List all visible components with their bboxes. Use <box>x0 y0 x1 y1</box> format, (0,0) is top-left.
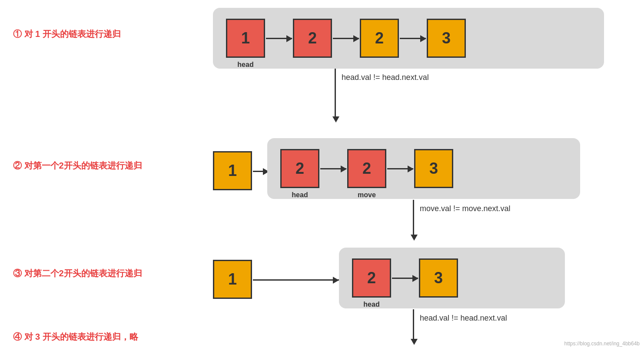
arrow-down-2-tip <box>411 235 418 241</box>
step2-node1: 2 head <box>280 149 319 188</box>
step3-diagram: 2 head 3 <box>339 248 565 308</box>
arrow-down-3: head.val != head.next.val <box>413 309 418 345</box>
step2-node3: 3 <box>414 149 453 188</box>
arrow-down-1-label: head.val != head.next.val <box>342 73 429 82</box>
step1-node2: 2 <box>293 19 332 58</box>
step1-node4: 3 <box>427 19 466 58</box>
step2-isolated-node: 1 <box>213 151 252 190</box>
step3-iso-arrow-horiz <box>253 279 340 281</box>
step4-label: ④ 对 3 开头的链表进行递归，略 <box>13 331 138 343</box>
step3-node1-label: head <box>363 301 379 308</box>
step2-node1-label: head <box>292 191 308 199</box>
step1-arrow1 <box>266 38 292 39</box>
step1-arrow3 <box>400 38 426 39</box>
step2-arrow2 <box>387 168 413 169</box>
watermark: https://blog.csdn.net/ing_4bb64b <box>564 341 640 347</box>
step1-diagram: 1 head 2 2 3 <box>213 8 604 69</box>
step2-label: ② 对第一个2开头的链表进行递归 <box>13 160 142 172</box>
step1-node1: 1 head <box>226 19 265 58</box>
arrow-down-1-line: head.val != head.next.val <box>335 69 336 116</box>
step3-label: ③ 对第二个2开头的链表进行递归 <box>13 268 142 279</box>
step2-arrow1 <box>320 168 346 169</box>
arrow-down-1: head.val != head.next.val <box>335 69 339 123</box>
step3-node2: 3 <box>419 258 458 298</box>
step3-iso-arrowhead <box>333 277 339 284</box>
step3-arrow1 <box>392 278 418 279</box>
arrow-down-3-tip <box>411 339 418 345</box>
step2-node2: 2 move <box>347 149 386 188</box>
step2-iso-arrow <box>253 171 269 172</box>
arrow-down-2-line: move.val != move.next.val <box>413 200 414 235</box>
arrow-down-3-line: head.val != head.next.val <box>413 309 414 339</box>
arrow-down-2: move.val != move.next.val <box>413 200 418 241</box>
step1-label: ① 对 1 开头的链表进行递归 <box>13 28 121 40</box>
step2-diagram: 2 head 2 move 3 <box>267 138 580 199</box>
step3-isolated-node: 1 <box>213 260 252 299</box>
step3-node1: 2 head <box>352 258 391 298</box>
arrow-down-3-label: head.val != head.next.val <box>420 314 507 323</box>
step1-arrow2 <box>333 38 359 39</box>
step1-node1-label: head <box>237 61 253 69</box>
arrow-down-2-label: move.val != move.next.val <box>420 204 511 213</box>
arrow-down-1-tip <box>332 116 339 123</box>
step1-node3: 2 <box>360 19 399 58</box>
step2-node2-label: move <box>358 191 376 199</box>
